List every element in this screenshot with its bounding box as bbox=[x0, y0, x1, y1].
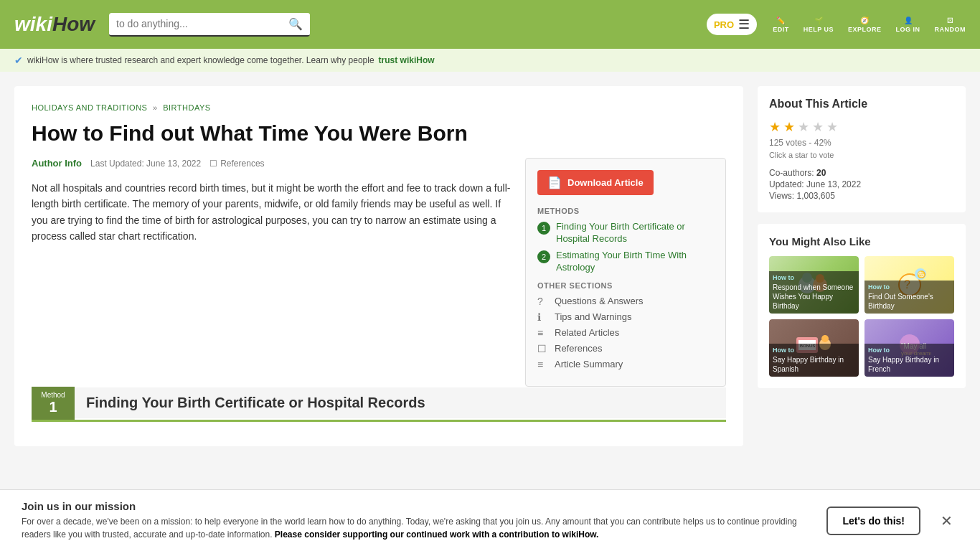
views-count: Views: 1,003,605 bbox=[769, 191, 954, 201]
nav-help-us[interactable]: 🌱 HELP US bbox=[804, 17, 834, 33]
thumb-respond-birthday[interactable]: How toRespond when Someone Wishes You Ha… bbox=[769, 256, 859, 314]
references-link[interactable]: References bbox=[555, 343, 602, 354]
pdf-icon: 📄 bbox=[547, 176, 562, 189]
method-title: Finding Your Birth Certificate or Hospit… bbox=[75, 387, 726, 418]
star-5[interactable]: ★ bbox=[826, 119, 838, 135]
coauthors-count: Co-authors: 20 bbox=[769, 168, 954, 178]
thumb-find-caption: How toFind Out Someone's Birthday bbox=[864, 281, 954, 314]
method-badge: Method 1 bbox=[32, 387, 75, 420]
last-updated: Last Updated: June 13, 2022 bbox=[90, 159, 201, 169]
trust-text: wikiHow is where trusted research and ex… bbox=[27, 55, 374, 65]
random-icon: ⚄ bbox=[947, 17, 953, 24]
trust-link[interactable]: trust wikiHow bbox=[379, 55, 435, 65]
stars-row[interactable]: ★ ★ ★ ★ ★ bbox=[769, 119, 954, 135]
method-1-section: Method 1 Finding Your Birth Certificate … bbox=[32, 387, 726, 422]
download-label: Download Article bbox=[567, 177, 644, 188]
also-like-section: You Might Also Like How toRespond when S… bbox=[758, 224, 966, 388]
trust-bar: ✔ wikiHow is where trusted research and … bbox=[0, 49, 980, 72]
about-article-section: About This Article ★ ★ ★ ★ ★ 125 votes -… bbox=[758, 86, 966, 212]
qa-link[interactable]: Questions & Answers bbox=[555, 296, 644, 306]
other-item-related[interactable]: ≡ Related Articles bbox=[537, 327, 714, 339]
nav-edit[interactable]: ✏️ EDIT bbox=[773, 17, 789, 33]
main-layout: HOLIDAYS AND TRADITIONS » BIRTHDAYS How … bbox=[0, 72, 980, 446]
download-article-button[interactable]: 📄 Download Article bbox=[537, 170, 654, 195]
related-icon: ≡ bbox=[537, 327, 549, 339]
pro-label: PRO bbox=[714, 19, 734, 30]
edit-icon: ✏️ bbox=[776, 17, 785, 24]
pro-badge[interactable]: PRO ☰ bbox=[707, 14, 757, 35]
method-badge-label: Method bbox=[41, 391, 65, 399]
header: wiki How 🔍 PRO ☰ ✏️ EDIT 🌱 HELP US 🧭 EXP… bbox=[0, 0, 980, 49]
toc-link-2[interactable]: Estimating Your Birth Time With Astrolog… bbox=[556, 250, 714, 274]
ref-icon: ☐ bbox=[209, 159, 217, 169]
tips-icon: ℹ bbox=[537, 311, 549, 323]
star-3[interactable]: ★ bbox=[798, 119, 809, 135]
references-inline-link[interactable]: ☐ References bbox=[209, 159, 264, 169]
tips-link[interactable]: Tips and Warnings bbox=[555, 311, 631, 322]
thumb-say-spanish[interactable]: BONUS How toSay Happy Birthday in Spanis… bbox=[769, 319, 859, 377]
toc-item-1[interactable]: 1 Finding Your Birth Certificate or Hosp… bbox=[537, 221, 714, 245]
related-link[interactable]: Related Articles bbox=[555, 327, 619, 338]
logo-how-text: How bbox=[52, 13, 95, 36]
nav-log-in[interactable]: 👤 LOG IN bbox=[896, 17, 920, 33]
toc-item-2[interactable]: 2 Estimating Your Birth Time With Astrol… bbox=[537, 250, 714, 274]
logo[interactable]: wiki How bbox=[14, 13, 95, 36]
toc-num-2: 2 bbox=[537, 250, 550, 263]
star-4[interactable]: ★ bbox=[812, 119, 824, 135]
search-bar: 🔍 bbox=[109, 13, 310, 37]
nav-explore-label: EXPLORE bbox=[848, 26, 882, 33]
thumb-respond-caption: How toRespond when Someone Wishes You Ha… bbox=[769, 271, 859, 314]
checkmark-icon: ✔ bbox=[14, 55, 23, 66]
updated-date: Updated: June 13, 2022 bbox=[769, 179, 954, 189]
nav-random[interactable]: ⚄ RANDOM bbox=[935, 17, 966, 33]
nav-help-label: HELP US bbox=[804, 26, 834, 33]
thumb-spanish-caption: How toSay Happy Birthday in Spanish bbox=[769, 344, 859, 377]
nav-random-label: RANDOM bbox=[935, 26, 966, 33]
thumb-find-birthday[interactable]: ? ♋ How toFind Out Someone's Birthday bbox=[864, 256, 954, 314]
votes-text: 125 votes - 42% bbox=[769, 138, 954, 148]
thumb-say-french[interactable]: "May all your dreams How toSay Happy Bir… bbox=[864, 319, 954, 377]
nav-login-label: LOG IN bbox=[896, 26, 920, 33]
article-area: HOLIDAYS AND TRADITIONS » BIRTHDAYS How … bbox=[14, 86, 743, 446]
methods-label: METHODS bbox=[537, 207, 714, 215]
breadcrumb-sep: » bbox=[153, 103, 158, 112]
thumb-grid: How toRespond when Someone Wishes You Ha… bbox=[769, 256, 954, 377]
other-sections-label: OTHER SECTIONS bbox=[537, 281, 714, 290]
logo-wiki-text: wiki bbox=[14, 13, 52, 36]
svg-text:♋: ♋ bbox=[917, 270, 926, 279]
method-header: Method 1 Finding Your Birth Certificate … bbox=[32, 387, 726, 420]
toc-num-1: 1 bbox=[537, 222, 550, 235]
references-icon: ☐ bbox=[537, 343, 549, 354]
toc-link-1[interactable]: Finding Your Birth Certificate or Hospit… bbox=[556, 221, 714, 245]
summary-link[interactable]: Article Summary bbox=[555, 359, 623, 369]
other-item-qa[interactable]: ? Questions & Answers bbox=[537, 296, 714, 307]
other-item-references[interactable]: ☐ References bbox=[537, 343, 714, 354]
sidebar: About This Article ★ ★ ★ ★ ★ 125 votes -… bbox=[758, 86, 966, 446]
breadcrumb-sub[interactable]: BIRTHDAYS bbox=[163, 103, 210, 112]
search-button[interactable]: 🔍 bbox=[281, 13, 310, 35]
star-2[interactable]: ★ bbox=[783, 119, 795, 135]
about-title: About This Article bbox=[769, 98, 954, 110]
user-icon: 👤 bbox=[904, 17, 913, 24]
explore-icon: 🧭 bbox=[860, 17, 869, 24]
summary-icon: ≡ bbox=[537, 359, 549, 370]
help-icon: 🌱 bbox=[814, 17, 823, 24]
breadcrumb-cat[interactable]: HOLIDAYS AND TRADITIONS bbox=[32, 103, 147, 112]
search-input[interactable] bbox=[109, 14, 281, 34]
author-info-label: Author Info bbox=[32, 158, 82, 169]
author-info-row: Author Info Last Updated: June 13, 2022 … bbox=[32, 158, 511, 169]
nav-icons: ✏️ EDIT 🌱 HELP US 🧭 EXPLORE 👤 LOG IN ⚄ R… bbox=[773, 17, 966, 33]
other-item-tips[interactable]: ℹ Tips and Warnings bbox=[537, 311, 714, 323]
method-underline bbox=[32, 420, 726, 422]
toc-box: 📄 Download Article METHODS 1 Finding You… bbox=[525, 158, 726, 387]
click-star-text: Click a star to vote bbox=[769, 151, 954, 159]
article-title: How to Find out What Time You Were Born bbox=[32, 121, 726, 146]
nav-explore[interactable]: 🧭 EXPLORE bbox=[848, 17, 882, 33]
hamburger-icon: ☰ bbox=[738, 17, 750, 32]
also-like-title: You Might Also Like bbox=[769, 235, 954, 248]
star-1[interactable]: ★ bbox=[769, 119, 781, 135]
svg-point-12 bbox=[821, 335, 829, 342]
qa-icon: ? bbox=[537, 296, 549, 307]
nav-edit-label: EDIT bbox=[773, 26, 789, 33]
other-item-summary[interactable]: ≡ Article Summary bbox=[537, 359, 714, 370]
